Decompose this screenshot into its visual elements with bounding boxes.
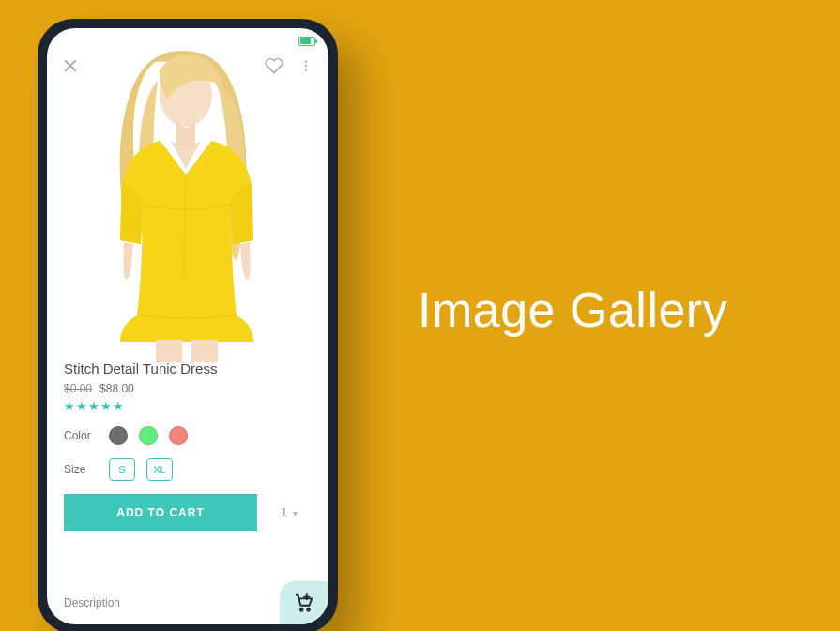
rating-stars: ★★★★★ bbox=[64, 399, 312, 413]
size-label: Size bbox=[64, 463, 98, 476]
dress-illustration bbox=[66, 43, 310, 362]
color-swatch-grey[interactable] bbox=[109, 426, 128, 445]
svg-point-9 bbox=[307, 608, 310, 611]
phone-frame: Stitch Detail Tunic Dress $0.00 $88.00 ★… bbox=[38, 19, 338, 631]
cart-row: ADD TO CART 1 ▾ bbox=[47, 494, 328, 531]
svg-point-4 bbox=[305, 69, 307, 70]
product-details: Stitch Detail Tunic Dress $0.00 $88.00 ★… bbox=[47, 351, 328, 481]
quantity-selector[interactable]: 1 ▾ bbox=[267, 494, 312, 531]
close-icon bbox=[62, 57, 79, 74]
price-row: $0.00 $88.00 bbox=[64, 382, 312, 395]
page-heading: Image Gallery bbox=[418, 282, 727, 338]
top-bar bbox=[47, 51, 328, 75]
svg-point-2 bbox=[305, 60, 307, 62]
product-image bbox=[47, 43, 328, 351]
color-swatch-green[interactable] bbox=[139, 426, 158, 445]
color-swatch-coral[interactable] bbox=[169, 426, 188, 445]
current-price: $88.00 bbox=[99, 382, 134, 395]
color-label: Color bbox=[64, 429, 98, 442]
bottom-row: Description bbox=[47, 581, 328, 624]
more-vertical-icon bbox=[298, 58, 313, 73]
svg-point-3 bbox=[305, 65, 307, 67]
size-option-xl[interactable]: XL bbox=[146, 458, 173, 481]
status-bar bbox=[47, 28, 328, 51]
close-button[interactable] bbox=[62, 57, 79, 74]
quantity-value: 1 bbox=[281, 506, 287, 519]
more-button[interactable] bbox=[298, 58, 313, 73]
product-title: Stitch Detail Tunic Dress bbox=[64, 361, 312, 377]
favorite-button[interactable] bbox=[265, 56, 283, 75]
old-price: $0.00 bbox=[64, 382, 92, 395]
size-option-s[interactable]: S bbox=[109, 458, 135, 481]
cart-icon bbox=[294, 593, 314, 613]
svg-point-8 bbox=[300, 608, 303, 611]
chevron-down-icon: ▾ bbox=[293, 508, 298, 518]
description-tab[interactable]: Description bbox=[64, 596, 120, 609]
color-row: Color bbox=[64, 426, 312, 445]
battery-icon bbox=[298, 37, 315, 46]
cart-fab[interactable] bbox=[280, 581, 328, 624]
size-row: Size S XL bbox=[64, 458, 312, 481]
phone-screen: Stitch Detail Tunic Dress $0.00 $88.00 ★… bbox=[47, 28, 328, 624]
heart-icon bbox=[265, 56, 283, 75]
add-to-cart-button[interactable]: ADD TO CART bbox=[64, 494, 257, 531]
